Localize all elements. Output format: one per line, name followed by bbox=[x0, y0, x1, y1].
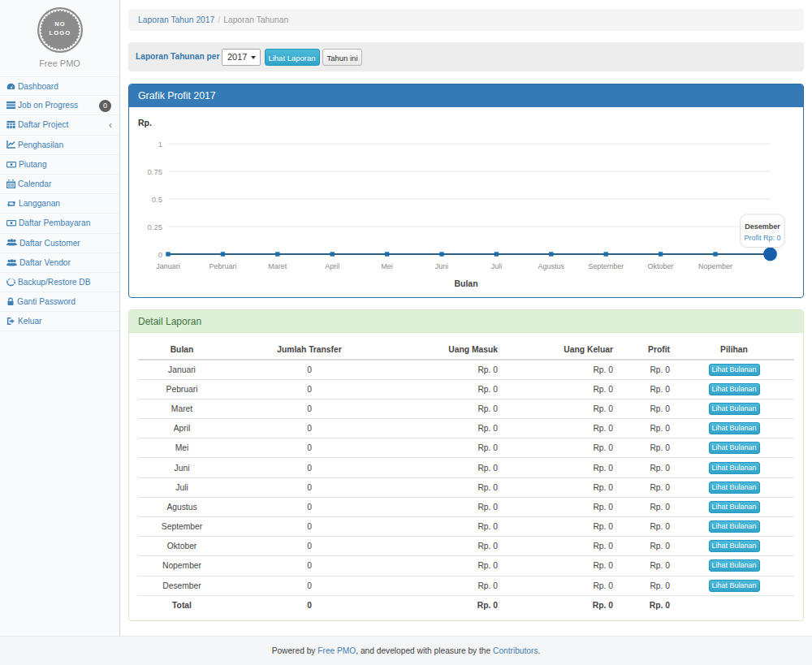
svg-text:Agustus: Agustus bbox=[538, 262, 565, 270]
svg-text:LOGO: LOGO bbox=[49, 29, 71, 37]
svg-text:Profit Rp: 0: Profit Rp: 0 bbox=[744, 234, 780, 242]
svg-text:0: 0 bbox=[158, 249, 162, 258]
svg-text:Pebruari: Pebruari bbox=[209, 262, 236, 270]
svg-text:0.75: 0.75 bbox=[148, 166, 163, 175]
svg-text:1: 1 bbox=[158, 139, 162, 148]
svg-text:Mei: Mei bbox=[381, 262, 393, 270]
svg-text:Bulan: Bulan bbox=[454, 279, 477, 288]
svg-text:September: September bbox=[588, 261, 624, 270]
svg-text:NO: NO bbox=[54, 20, 66, 28]
svg-text:Juni: Juni bbox=[435, 262, 449, 270]
svg-text:0.25: 0.25 bbox=[148, 222, 163, 231]
svg-text:Rp.: Rp. bbox=[138, 118, 152, 127]
svg-text:0.5: 0.5 bbox=[152, 194, 162, 203]
svg-text:Juli: Juli bbox=[491, 262, 503, 270]
svg-text:April: April bbox=[325, 262, 339, 270]
svg-text:Januari: Januari bbox=[156, 262, 180, 270]
svg-text:Nopember: Nopember bbox=[698, 262, 732, 270]
svg-text:Desember: Desember bbox=[745, 222, 780, 230]
svg-text:Maret: Maret bbox=[268, 262, 287, 270]
svg-text:Oktober: Oktober bbox=[648, 262, 674, 270]
